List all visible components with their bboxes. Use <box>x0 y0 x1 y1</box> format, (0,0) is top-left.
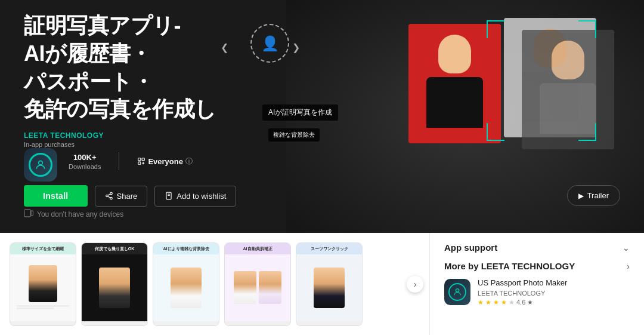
downloads-value: 100K+ <box>73 153 97 162</box>
svg-rect-3 <box>138 162 141 164</box>
svg-point-4 <box>110 192 112 195</box>
screenshot-1[interactable]: 様準サイズを全て網羅 <box>10 242 76 326</box>
screenshot-2-header: 何度でも撮り直しOK <box>82 243 147 254</box>
action-buttons-row: Install Share Add to wishlist <box>24 185 236 207</box>
svg-line-7 <box>108 196 110 198</box>
svg-point-14 <box>456 289 459 292</box>
screenshot-4-header: AI自動美肌補正 <box>225 243 290 254</box>
share-icon <box>105 192 113 200</box>
share-button[interactable]: Share <box>95 186 148 207</box>
bottom-section: 様準サイズを全て網羅 何度でも撮り直しOK AIにより複雑な背景除去 <box>0 233 644 335</box>
play-icon: ▶ <box>578 192 584 200</box>
related-app-name: US Passport Photo Maker <box>478 278 630 288</box>
user-icon-float: 👤 <box>250 24 289 63</box>
star-4: ★ <box>501 299 507 306</box>
trailer-button[interactable]: ▶ Trailer <box>567 185 620 206</box>
photo-card-dark <box>522 30 614 149</box>
arrow-right-indicator: ❯ <box>292 42 300 53</box>
rating-value: 4.6 <box>516 299 525 306</box>
hero-title: 証明写真アプリ- AIが履歴書・ パスポート・ 免許の写真を作成し <box>24 12 216 124</box>
rating-icon <box>137 157 145 165</box>
svg-rect-1 <box>138 158 141 161</box>
share-label: Share <box>117 192 138 201</box>
star-half: ★ <box>509 299 515 306</box>
svg-point-5 <box>106 195 108 197</box>
downloads-stat: 100K+ Downloads <box>69 153 101 170</box>
related-app-rating-row: ★ ★ ★ ★ ★ 4.6 ★ <box>478 299 630 306</box>
related-app-icon <box>444 279 470 305</box>
app-meta-row: 100K+ Downloads Everyone ⓘ <box>69 152 193 170</box>
app-icon-container <box>24 148 57 182</box>
screenshot-2[interactable]: 何度でも撮り直しOK <box>81 242 148 326</box>
svg-rect-13 <box>31 211 33 216</box>
meta-divider <box>119 152 119 170</box>
ai-create-badge: AIが証明写真を作成 <box>262 105 338 121</box>
screenshots-area: 様準サイズを全て網羅 何度でも撮り直しOK AIにより複雑な背景除去 <box>0 233 429 335</box>
everyone-value: Everyone <box>148 157 183 166</box>
scan-border-br <box>578 123 596 141</box>
screenshot-1-body <box>10 254 76 321</box>
arrow-left-indicator: ❮ <box>221 42 228 53</box>
star-1: ★ <box>478 299 484 306</box>
wishlist-button[interactable]: Add to wishlist <box>154 186 236 207</box>
scan-border-tr <box>578 20 596 38</box>
developer-info: LEETA TECHNOLOGY In-app purchases <box>24 131 104 148</box>
more-by-arrow[interactable]: › <box>627 262 630 271</box>
svg-rect-2 <box>143 158 145 161</box>
more-by-label: More by LEETA TECHNOLOGY <box>444 261 575 271</box>
developer-name[interactable]: LEETA TECHNOLOGY <box>24 131 104 140</box>
iap-label: In-app purchases <box>24 141 104 148</box>
star-3: ★ <box>493 299 499 306</box>
rating-stat: Everyone ⓘ <box>137 156 193 167</box>
device-icon <box>24 209 33 219</box>
related-app-row[interactable]: US Passport Photo Maker LEETA TECHNOLOGY… <box>444 278 630 306</box>
more-by-row: More by LEETA TECHNOLOGY › <box>444 261 630 271</box>
screenshot-2-body <box>82 254 147 321</box>
screenshot-5-body <box>296 254 362 321</box>
app-icon <box>24 148 57 182</box>
screenshot-5[interactable]: スーツワンクリック <box>296 242 363 326</box>
scroll-right-arrow[interactable]: › <box>407 276 423 293</box>
screenshot-3-header: AIにより複雑な背景除去 <box>153 243 219 254</box>
app-support-label: App support <box>444 242 497 253</box>
wishlist-icon <box>165 192 173 200</box>
downloads-label: Downloads <box>69 163 101 170</box>
screenshot-4-body <box>225 254 290 321</box>
related-app-user-icon <box>453 287 462 297</box>
hero-title-block: 証明写真アプリ- AIが履歴書・ パスポート・ 免許の写真を作成し <box>24 12 216 124</box>
star-2: ★ <box>485 299 491 306</box>
scan-border-bl <box>487 123 504 141</box>
svg-point-6 <box>110 197 112 199</box>
rating-star-suffix: ★ <box>527 299 533 306</box>
right-sidebar: App support ⌄ More by LEETA TECHNOLOGY ›… <box>429 233 644 335</box>
related-app-developer: LEETA TECHNOLOGY <box>478 290 630 297</box>
app-support-chevron[interactable]: ⌄ <box>623 243 630 253</box>
svg-point-0 <box>39 161 43 165</box>
user-circle-icon <box>35 159 47 171</box>
photo-collage: AIが証明写真を作成 複雑な背景除去 👤 ❮ ❯ <box>310 12 596 215</box>
app-icon-inner <box>29 153 52 177</box>
screenshot-3[interactable]: AIにより複雑な背景除去 <box>153 242 219 326</box>
related-app-icon-inner <box>448 283 466 301</box>
wishlist-label: Add to wishlist <box>177 192 226 201</box>
tablet-icon <box>24 209 33 217</box>
install-button[interactable]: Install <box>24 185 88 207</box>
screenshot-1-header: 様準サイズを全て網羅 <box>10 243 76 254</box>
screenshot-4[interactable]: AI自動美肌補正 <box>224 242 291 326</box>
rating-info-icon[interactable]: ⓘ <box>185 156 193 167</box>
no-devices-row: You don't have any devices <box>24 209 123 219</box>
screenshot-5-header: スーツワンクリック <box>296 243 362 254</box>
app-support-row: App support ⌄ <box>444 242 630 253</box>
svg-line-8 <box>108 194 110 195</box>
hero-section: AIが証明写真を作成 複雑な背景除去 👤 ❮ ❯ 証明写真アプリ- AIが履歴書… <box>0 0 644 233</box>
no-devices-text: You don't have any devices <box>37 210 123 219</box>
bg-remove-badge: 複雑な背景除去 <box>268 128 320 142</box>
svg-rect-12 <box>24 210 31 217</box>
scan-border-tl <box>487 20 504 38</box>
trailer-label: Trailer <box>587 191 609 200</box>
screenshot-3-body <box>153 254 219 321</box>
related-app-info: US Passport Photo Maker LEETA TECHNOLOGY… <box>478 278 630 306</box>
